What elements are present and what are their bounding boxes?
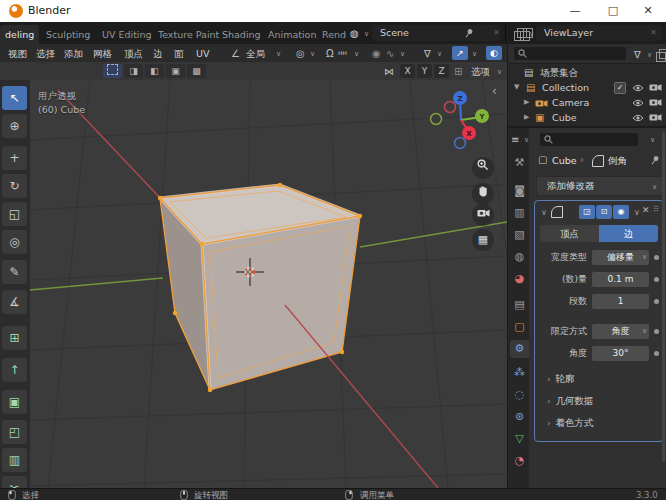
show-gizmo-toggle[interactable]: ↗ [452, 46, 468, 60]
tool-extrude[interactable]: ↑ [2, 358, 27, 382]
tool-bevel[interactable]: ◰ [2, 420, 27, 444]
tool-cursor[interactable]: ⊕ [2, 114, 27, 138]
collection-checkbox[interactable]: ✓ [614, 82, 626, 94]
angle-field[interactable]: 30° [592, 346, 649, 361]
disable-render-camera-icon[interactable] [649, 113, 662, 122]
show-on-cage-toggle[interactable]: ◲ [579, 205, 595, 219]
section-shading[interactable]: ›着色方式 [547, 417, 594, 430]
sidebar-collapse-icon[interactable]: ‹ [492, 84, 497, 98]
properties-options-dropdown-icon[interactable]: ∨ [650, 136, 655, 144]
tab-object[interactable]: ▢ [510, 318, 529, 336]
tab-physics[interactable]: ◌ [510, 386, 529, 404]
tab-view-layer[interactable]: ▧ [510, 226, 529, 244]
scene-dropdown-icon[interactable]: ∨ [364, 30, 369, 38]
show-in-viewport-toggle[interactable]: ⊡ [596, 205, 612, 219]
pin-icon[interactable] [650, 155, 660, 166]
mirror-y-toggle[interactable]: Y [417, 64, 432, 78]
new-collection-icon[interactable] [656, 52, 666, 62]
pivot-dropdown-icon[interactable]: ∨ [310, 50, 315, 58]
select-mode-intersect[interactable]: ▩ [187, 64, 206, 78]
menu-face[interactable]: 面 [171, 46, 187, 61]
pan-hand-button[interactable] [472, 183, 494, 205]
unlink-scene-icon[interactable]: ✕ [493, 25, 500, 41]
mirror-icon[interactable]: ⋈ [384, 64, 394, 79]
animate-dot[interactable] [654, 351, 659, 356]
select-mode-extend[interactable]: ◨ [124, 64, 143, 78]
workspace-tab-sculpting[interactable]: Sculpting [38, 25, 98, 44]
falloff-curve-icon[interactable]: ∿ [386, 46, 394, 61]
show-overlays-toggle[interactable]: ◐ [486, 46, 502, 60]
tool-measure[interactable]: ∡ [2, 290, 27, 314]
viewlayer-icon[interactable] [514, 31, 524, 41]
mirror-z-toggle[interactable]: Z [434, 64, 449, 78]
section-profile[interactable]: ›轮廓 [547, 373, 575, 386]
add-modifier-button[interactable]: 添加修改器 ∨ [536, 176, 664, 196]
falloff-dropdown-icon[interactable]: ∨ [400, 50, 405, 58]
viewlayer-dropdown-icon[interactable]: ∨ [529, 30, 534, 38]
transform-orientation[interactable]: 全局 [243, 46, 268, 61]
tab-world[interactable]: ◕ [510, 270, 529, 288]
hide-eye-icon[interactable] [632, 84, 644, 92]
select-mode-set[interactable] [103, 64, 122, 78]
tool-select-box[interactable]: ↖ [2, 86, 27, 110]
workspace-tab-render[interactable]: Rend [314, 25, 354, 44]
drag-handle-icon[interactable]: ⠿ [653, 205, 659, 214]
tab-object-data[interactable]: ▽ [510, 430, 529, 448]
tab-material[interactable]: ◔ [510, 452, 529, 470]
outliner-filter-dropdown-icon[interactable]: ∨ [647, 51, 652, 59]
navigation-gizmo[interactable]: Z Y X [426, 86, 498, 158]
scrollbar[interactable] [662, 132, 665, 462]
properties-search-input[interactable] [540, 133, 638, 146]
zoom-button[interactable] [472, 157, 494, 179]
animate-dot[interactable] [654, 299, 659, 304]
outliner-row-scene-collection[interactable]: ▤ 场景集合 [508, 65, 666, 80]
show-in-render-toggle[interactable]: ◉ [613, 205, 629, 219]
tool-move[interactable]: + [2, 146, 27, 170]
maximize-button[interactable]: □ [594, 0, 632, 22]
animate-dot[interactable] [654, 255, 659, 260]
breadcrumb-object[interactable]: Cube [552, 155, 577, 166]
proportional-editing-icon[interactable]: ◉ [372, 46, 381, 61]
filter-dropdown-icon[interactable]: ∨ [437, 50, 442, 58]
camera-disclosure-icon[interactable]: ▶ [524, 95, 529, 110]
menu-view[interactable]: 视图 [5, 46, 30, 61]
viewlayer-selector[interactable]: ViewLayer ✕ [536, 25, 662, 41]
tool-transform[interactable]: ◎ [2, 230, 27, 254]
tab-render[interactable]: ◙ [510, 182, 529, 200]
tool-rotate[interactable]: ↻ [2, 174, 27, 198]
limit-method-dropdown[interactable]: 角度∨ [592, 324, 649, 339]
pivot-point-icon[interactable]: ◎ [296, 46, 305, 61]
remove-viewlayer-icon[interactable]: ✕ [650, 25, 657, 41]
menu-add[interactable]: 添加 [61, 46, 86, 61]
tool-annotate[interactable]: ✎ [2, 260, 27, 284]
options-menu[interactable]: 选项 [468, 64, 493, 79]
menu-edge[interactable]: 边 [150, 46, 166, 61]
menu-mesh[interactable]: 网格 [90, 46, 115, 61]
outliner-search-input[interactable] [514, 47, 626, 60]
segments-field[interactable]: 1 [592, 294, 649, 309]
affect-edges-tab[interactable]: 边 [599, 225, 658, 242]
menu-uv[interactable]: UV [193, 46, 212, 61]
workspace-tab-modeling[interactable]: deling [0, 25, 39, 44]
amount-field[interactable]: 0.1 m [592, 272, 649, 287]
gizmo-dropdown-icon[interactable]: ∨ [472, 50, 477, 58]
editor-divider[interactable] [507, 44, 508, 488]
scene-selector[interactable]: Scene ✕ [372, 25, 500, 41]
affect-vertices-tab[interactable]: 顶点 [540, 225, 599, 242]
tab-particles[interactable]: ⁂ [510, 364, 529, 382]
filter-objects-icon[interactable]: ∇ [424, 46, 431, 61]
tab-scene[interactable]: ◍ [510, 248, 529, 266]
animate-dot[interactable] [654, 329, 659, 334]
menu-select[interactable]: 选择 [33, 46, 58, 61]
section-geometry[interactable]: ›几何数据 [547, 395, 594, 408]
tab-tool[interactable]: ⚒ [510, 154, 529, 172]
pin-icon[interactable] [464, 28, 474, 39]
menu-vertex[interactable]: 顶点 [121, 46, 146, 61]
select-mode-invert[interactable]: ▣ [166, 64, 185, 78]
3d-viewport[interactable]: 用户透视 (60) Cube Z Y X ▦ ‹ [30, 80, 507, 488]
tab-output[interactable]: ▥ [510, 204, 529, 222]
tab-collection[interactable]: ▤ [510, 296, 529, 314]
close-button[interactable]: ✕ [630, 0, 666, 22]
tool-add-cube[interactable]: ⊞ [2, 326, 27, 350]
animate-dot[interactable] [654, 277, 659, 282]
